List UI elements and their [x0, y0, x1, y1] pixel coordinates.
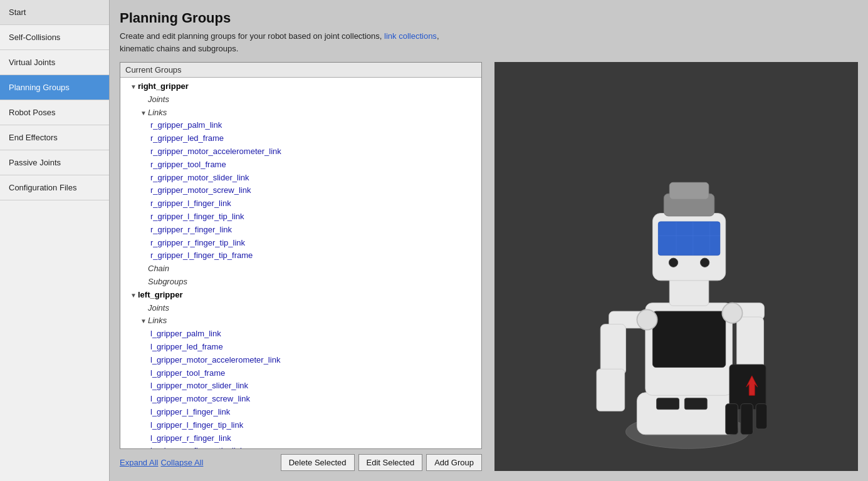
tree-category-row[interactable]: Chain: [120, 262, 481, 276]
sidebar: StartSelf-CollisionsVirtual JointsPlanni…: [0, 0, 110, 481]
sidebar-item-start[interactable]: Start: [0, 0, 109, 25]
add-group-button[interactable]: Add Group: [426, 454, 482, 471]
tree-category-row[interactable]: Joints: [120, 302, 481, 315]
page-description: Create and edit planning groups for your…: [120, 30, 508, 54]
svg-rect-6: [652, 311, 725, 367]
sidebar-item-virtual-joints[interactable]: Virtual Joints: [0, 50, 109, 75]
svg-rect-13: [726, 404, 738, 435]
tree-leaf-row[interactable]: r_gripper_palm_link: [120, 119, 481, 132]
svg-point-29: [722, 303, 742, 323]
tree-leaf-row[interactable]: r_gripper_l_finger_link: [120, 197, 481, 210]
svg-rect-9: [597, 369, 625, 411]
tree-leaf-row[interactable]: r_gripper_l_finger_tip_link: [120, 210, 481, 224]
sidebar-item-configuration-files[interactable]: Configuration Files: [0, 175, 109, 200]
tree-category-row[interactable]: ▼ Links: [120, 314, 481, 328]
svg-rect-8: [600, 324, 625, 375]
sidebar-item-self-collisions[interactable]: Self-Collisions: [0, 25, 109, 50]
tree-leaf-row[interactable]: l_gripper_motor_accelerometer_link: [120, 354, 481, 367]
svg-rect-20: [669, 182, 709, 199]
page-title: Planning Groups: [120, 10, 858, 26]
svg-rect-21: [658, 222, 719, 256]
sidebar-item-planning-groups[interactable]: Planning Groups: [0, 75, 109, 100]
bottom-toolbar: Expand All Collapse All Delete Selected …: [120, 454, 482, 471]
tree-leaf-row[interactable]: r_gripper_l_finger_tip_frame: [120, 249, 481, 262]
tree-leaf-row[interactable]: l_gripper_l_finger_tip_link: [120, 419, 481, 432]
tree-group-row[interactable]: ▼ left_gripper: [120, 289, 481, 302]
tree-leaf-row[interactable]: l_gripper_r_finger_link: [120, 432, 481, 445]
svg-rect-12: [729, 365, 766, 410]
tree-leaf-row[interactable]: r_gripper_r_finger_link: [120, 224, 481, 237]
expand-all-button[interactable]: Expand All: [120, 458, 158, 467]
sidebar-item-robot-poses[interactable]: Robot Poses: [0, 100, 109, 125]
tree-leaf-row[interactable]: l_gripper_l_finger_link: [120, 406, 481, 419]
robot-viewport: [494, 62, 858, 471]
svg-rect-17: [669, 277, 709, 306]
tree-leaf-row[interactable]: r_gripper_motor_screw_link: [120, 184, 481, 197]
svg-rect-3: [657, 398, 679, 410]
svg-point-27: [700, 258, 709, 267]
svg-rect-14: [741, 404, 753, 435]
tree-leaf-row[interactable]: r_gripper_r_finger_tip_link: [120, 237, 481, 250]
tree-leaf-row[interactable]: l_gripper_palm_link: [120, 328, 481, 341]
delete-selected-button[interactable]: Delete Selected: [281, 454, 355, 471]
collapse-all-button[interactable]: Collapse All: [160, 458, 203, 467]
tree-leaf-row[interactable]: l_gripper_motor_screw_link: [120, 393, 481, 406]
tree-leaf-row[interactable]: r_gripper_led_frame: [120, 132, 481, 145]
robot-visualization: [494, 62, 858, 471]
edit-selected-button[interactable]: Edit Selected: [358, 454, 423, 471]
tree-leaf-row[interactable]: l_gripper_r_finger_tip_link: [120, 445, 481, 448]
svg-rect-15: [756, 404, 767, 429]
svg-rect-11: [737, 317, 764, 370]
tree-leaf-row[interactable]: r_gripper_tool_frame: [120, 158, 481, 172]
main-content: Planning Groups Create and edit planning…: [110, 0, 868, 481]
svg-rect-4: [684, 398, 707, 410]
svg-point-28: [637, 309, 657, 329]
tree-category-row[interactable]: ▼ Links: [120, 106, 481, 120]
tree-leaf-row[interactable]: l_gripper_motor_slider_link: [120, 380, 481, 393]
tree-leaf-row[interactable]: l_gripper_led_frame: [120, 341, 481, 354]
tree-header: Current Groups: [120, 63, 481, 78]
sidebar-item-passive-joints[interactable]: Passive Joints: [0, 150, 109, 175]
tree-panel: Current Groups ▼ right_gripperJoints▼ Li…: [120, 62, 482, 449]
tree-leaf-row[interactable]: r_gripper_motor_accelerometer_link: [120, 145, 481, 158]
tree-category-row[interactable]: Subgroups: [120, 276, 481, 289]
sidebar-item-end-effectors[interactable]: End Effectors: [0, 125, 109, 150]
tree-group-row[interactable]: ▼ right_gripper: [120, 80, 481, 93]
tree-category-row[interactable]: Joints: [120, 93, 481, 106]
tree-body[interactable]: ▼ right_gripperJoints▼ Linksr_gripper_pa…: [120, 78, 481, 448]
link-collections-link[interactable]: link collections: [384, 31, 437, 41]
svg-point-26: [669, 258, 677, 267]
tree-leaf-row[interactable]: l_gripper_tool_frame: [120, 367, 481, 380]
tree-leaf-row[interactable]: r_gripper_motor_slider_link: [120, 172, 481, 185]
